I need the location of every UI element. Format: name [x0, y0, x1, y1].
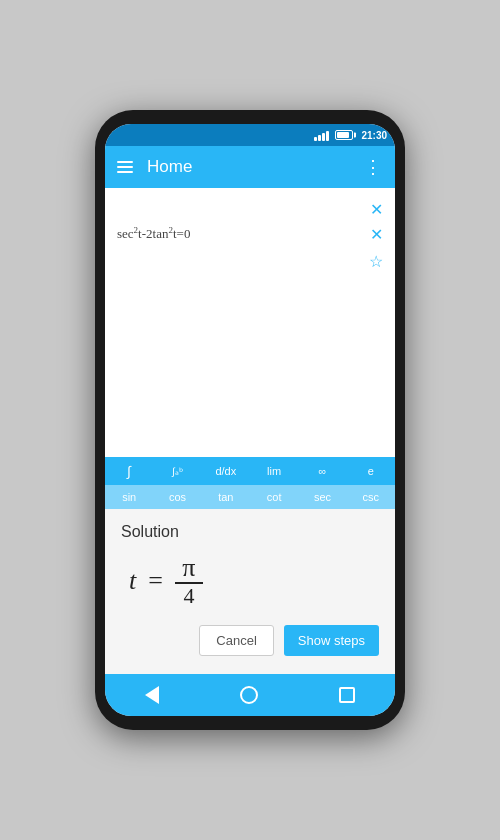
status-icons: 21:30 [314, 129, 387, 141]
cos-btn[interactable]: cos [153, 485, 201, 509]
solution-fraction: π 4 [175, 555, 203, 607]
integral-btn[interactable]: ∫ [105, 457, 153, 485]
fraction-numerator: π [182, 555, 195, 581]
app-title: Home [147, 157, 364, 177]
status-bar: 21:30 [105, 124, 395, 146]
math-toolbar-primary: ∫ ∫ₐᵇ d/dx lim ∞ e [105, 457, 395, 485]
home-button[interactable] [240, 686, 258, 704]
nav-bar [105, 674, 395, 716]
equation-area: ✕ sec2t-2tan2t=0 ✕ ☆ [105, 188, 395, 457]
status-time: 21:30 [361, 130, 387, 141]
show-steps-button[interactable]: Show steps [284, 625, 379, 656]
solution-equals: = [148, 566, 163, 596]
signal-icon [314, 129, 329, 141]
cot-btn[interactable]: cot [250, 485, 298, 509]
phone-screen: 21:30 Home ⋮ ✕ [105, 124, 395, 716]
recents-button[interactable] [339, 687, 355, 703]
equation-text: sec2t-2tan2t=0 [117, 225, 190, 242]
solution-label: Solution [121, 523, 379, 541]
empty-close-row: ✕ [105, 198, 395, 220]
sin-btn[interactable]: sin [105, 485, 153, 509]
derivative-btn[interactable]: d/dx [202, 457, 250, 485]
phone-device: 21:30 Home ⋮ ✕ [95, 110, 405, 730]
more-options-icon[interactable]: ⋮ [364, 156, 383, 178]
close-icon-equation[interactable]: ✕ [370, 225, 383, 244]
solution-panel: Solution t = π 4 Cancel Show steps [105, 509, 395, 674]
star-icon[interactable]: ☆ [369, 252, 383, 271]
tan-btn[interactable]: tan [202, 485, 250, 509]
euler-btn[interactable]: e [347, 457, 395, 485]
infinity-btn[interactable]: ∞ [298, 457, 346, 485]
battery-icon [335, 130, 353, 140]
limit-btn[interactable]: lim [250, 457, 298, 485]
fraction-denominator: 4 [183, 585, 194, 607]
cancel-button[interactable]: Cancel [199, 625, 273, 656]
content-area: ✕ sec2t-2tan2t=0 ✕ ☆ ∫ ∫ₐᵇ [105, 188, 395, 674]
close-icon-top[interactable]: ✕ [370, 200, 383, 219]
solution-equation: t = π 4 [121, 551, 379, 617]
math-toolbar: ∫ ∫ₐᵇ d/dx lim ∞ e sin cos tan cot sec c… [105, 457, 395, 509]
back-button[interactable] [145, 686, 159, 704]
csc-btn[interactable]: csc [347, 485, 395, 509]
definite-integral-btn[interactable]: ∫ₐᵇ [153, 457, 201, 485]
math-toolbar-secondary: sin cos tan cot sec csc [105, 485, 395, 509]
sec-btn[interactable]: sec [298, 485, 346, 509]
solution-variable: t [129, 566, 136, 596]
app-bar: Home ⋮ [105, 146, 395, 188]
menu-icon[interactable] [117, 161, 133, 173]
star-row: ☆ [105, 248, 395, 271]
action-buttons: Cancel Show steps [121, 617, 379, 660]
equation-row: sec2t-2tan2t=0 ✕ [105, 220, 395, 248]
